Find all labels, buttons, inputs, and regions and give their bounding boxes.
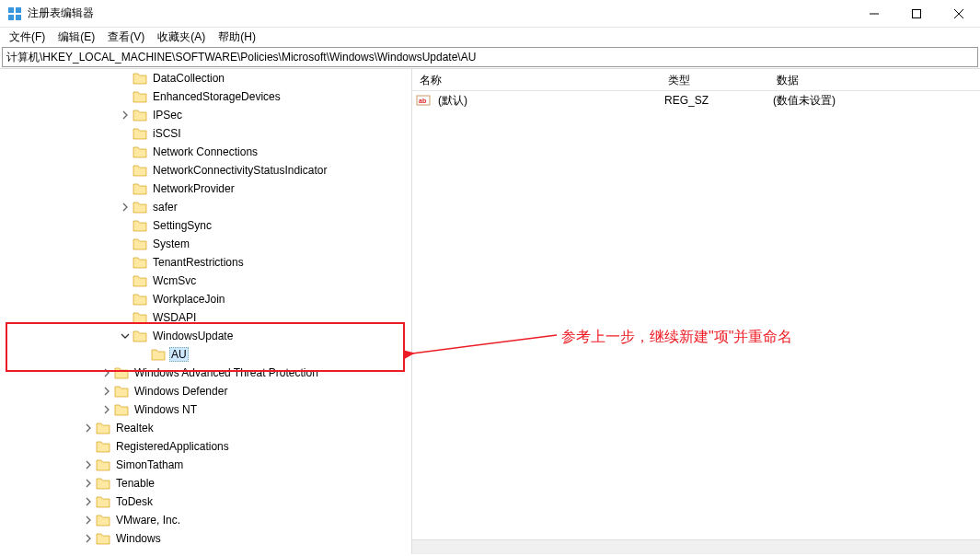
folder-icon: [96, 440, 110, 453]
folder-icon: [133, 72, 147, 85]
expand-toggle[interactable]: [118, 71, 133, 86]
expand-toggle[interactable]: [118, 273, 133, 288]
tree-item[interactable]: SimonTatham: [0, 456, 411, 474]
expand-toggle[interactable]: [81, 494, 96, 509]
tree-item-label: safer: [151, 200, 179, 214]
expand-toggle[interactable]: [136, 347, 151, 362]
address-bar[interactable]: 计算机\HKEY_LOCAL_MACHINE\SOFTWARE\Policies…: [2, 47, 978, 67]
menu-view[interactable]: 查看(V): [102, 28, 150, 47]
expand-toggle[interactable]: [118, 255, 133, 270]
tree-item[interactable]: Network Connections: [0, 143, 411, 161]
string-value-icon: ab: [416, 93, 431, 108]
expand-toggle[interactable]: [81, 458, 96, 472]
tree-item[interactable]: Tenable: [0, 474, 411, 492]
tree-item-label: Realtek: [114, 421, 156, 435]
tree-item-label: TenantRestrictions: [151, 255, 246, 270]
folder-icon: [133, 182, 147, 195]
menu-file[interactable]: 文件(F): [4, 28, 51, 47]
value-type: REG_SZ: [661, 94, 769, 107]
tree-item[interactable]: EnhancedStorageDevices: [0, 87, 411, 106]
svg-rect-2: [8, 15, 14, 20]
tree-item[interactable]: ToDesk: [0, 492, 411, 511]
folder-icon: [133, 145, 147, 158]
values-pane: 名称 类型 数据 ab(默认)REG_SZ(数值未设置): [412, 69, 980, 554]
horizontal-scrollbar[interactable]: [412, 539, 980, 554]
folder-icon: [133, 311, 147, 324]
expand-toggle[interactable]: [118, 329, 133, 343]
expand-toggle[interactable]: [81, 439, 96, 454]
address-text: 计算机\HKEY_LOCAL_MACHINE\SOFTWARE\Policies…: [6, 50, 476, 65]
expand-toggle[interactable]: [118, 108, 133, 122]
expand-toggle[interactable]: [118, 145, 133, 159]
tree-view[interactable]: DataCollectionEnhancedStorageDevicesIPSe…: [0, 69, 411, 554]
tree-item[interactable]: Windows: [0, 529, 411, 548]
tree-item[interactable]: AU: [0, 345, 411, 364]
tree-item[interactable]: Realtek: [0, 419, 411, 437]
value-name: (默认): [434, 93, 661, 109]
expand-toggle[interactable]: [81, 513, 96, 527]
minimize-button[interactable]: [853, 0, 895, 28]
folder-icon: [133, 90, 147, 103]
tree-item[interactable]: Windows NT: [0, 400, 411, 419]
tree-item[interactable]: NetworkConnectivityStatusIndicator: [0, 161, 411, 180]
expand-toggle[interactable]: [118, 310, 133, 325]
expand-toggle[interactable]: [118, 181, 133, 196]
tree-item-label: System: [151, 237, 191, 251]
tree-item-label: DataCollection: [151, 71, 226, 86]
expand-toggle[interactable]: [118, 218, 133, 233]
tree-item[interactable]: NetworkProvider: [0, 180, 411, 198]
tree-item-label: IPSec: [151, 108, 184, 122]
expand-toggle[interactable]: [118, 163, 133, 178]
expand-toggle[interactable]: [81, 476, 96, 491]
tree-item[interactable]: iSCSI: [0, 124, 411, 143]
folder-icon: [133, 201, 147, 214]
expand-toggle[interactable]: [118, 292, 133, 307]
expand-toggle[interactable]: [99, 402, 114, 417]
tree-item[interactable]: Windows Defender: [0, 382, 411, 400]
maximize-button[interactable]: [895, 0, 938, 28]
expand-toggle[interactable]: [81, 421, 96, 435]
expand-toggle[interactable]: [81, 531, 96, 546]
tree-item-label: NetworkConnectivityStatusIndicator: [151, 163, 329, 178]
expand-toggle[interactable]: [99, 384, 114, 399]
expand-toggle[interactable]: [118, 89, 133, 104]
expand-toggle[interactable]: [118, 126, 133, 141]
values-list[interactable]: ab(默认)REG_SZ(数值未设置): [412, 91, 980, 110]
column-type[interactable]: 类型: [661, 69, 769, 90]
tree-item[interactable]: Windows Advanced Threat Protection: [0, 364, 411, 382]
menu-favorites[interactable]: 收藏夹(A): [152, 28, 211, 47]
tree-item-label: Windows NT: [133, 402, 199, 417]
window-title: 注册表编辑器: [28, 6, 853, 21]
svg-text:ab: ab: [419, 98, 426, 104]
tree-item[interactable]: SettingSync: [0, 216, 411, 235]
column-name[interactable]: 名称: [412, 69, 661, 90]
tree-item[interactable]: RegisteredApplications: [0, 437, 411, 456]
close-button[interactable]: [938, 0, 980, 28]
menu-help[interactable]: 帮助(H): [213, 28, 261, 47]
tree-item-label: SettingSync: [151, 218, 213, 233]
expand-toggle[interactable]: [99, 365, 114, 380]
tree-item[interactable]: System: [0, 235, 411, 253]
expand-toggle[interactable]: [118, 237, 133, 251]
value-row[interactable]: ab(默认)REG_SZ(数值未设置): [412, 91, 980, 110]
expand-toggle[interactable]: [118, 200, 133, 214]
menu-edit[interactable]: 编辑(E): [52, 28, 100, 47]
tree-item[interactable]: WorkplaceJoin: [0, 290, 411, 308]
folder-icon: [114, 385, 129, 398]
folder-icon: [133, 127, 147, 140]
tree-item-label: iSCSI: [151, 126, 183, 141]
tree-item[interactable]: WcmSvc: [0, 272, 411, 290]
tree-item[interactable]: DataCollection: [0, 69, 411, 87]
folder-icon: [96, 477, 110, 490]
svg-rect-3: [16, 15, 21, 20]
tree-item[interactable]: TenantRestrictions: [0, 253, 411, 272]
tree-item[interactable]: IPSec: [0, 106, 411, 124]
tree-item-label: EnhancedStorageDevices: [151, 89, 282, 104]
tree-item[interactable]: safer: [0, 198, 411, 216]
folder-icon: [133, 109, 147, 122]
tree-item[interactable]: WSDAPI: [0, 308, 411, 327]
tree-item[interactable]: WindowsUpdate: [0, 327, 411, 345]
tree-item[interactable]: VMware, Inc.: [0, 511, 411, 529]
value-data: (数值未设置): [769, 93, 839, 109]
column-data[interactable]: 数据: [769, 69, 980, 90]
